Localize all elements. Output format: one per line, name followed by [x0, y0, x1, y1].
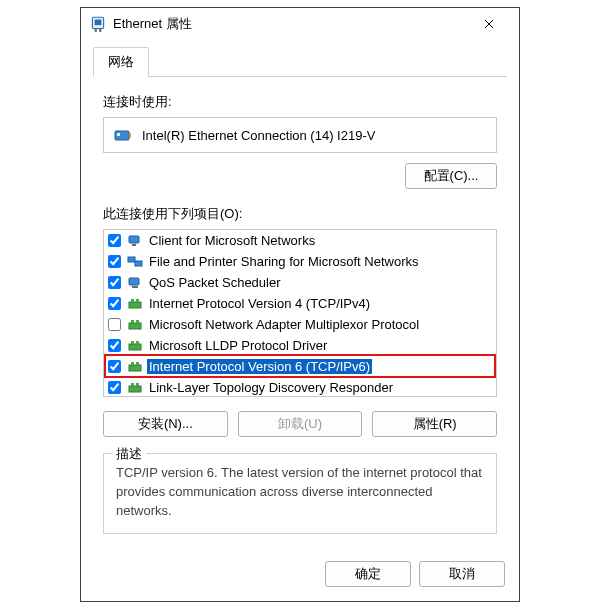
adapter-name: Intel(R) Ethernet Connection (14) I219-V: [142, 128, 375, 143]
items-label: 此连接使用下列项目(O):: [103, 205, 497, 223]
description-group: 描述 TCP/IP version 6. The latest version …: [103, 453, 497, 534]
client-icon: [127, 233, 143, 249]
item-label: Microsoft Network Adapter Multiplexor Pr…: [147, 317, 421, 332]
item-checkbox[interactable]: [108, 255, 121, 268]
tab-content-network: 连接时使用: Intel(R) Ethernet Connection (14)…: [93, 77, 507, 539]
properties-button[interactable]: 属性(R): [372, 411, 497, 437]
item-label: Client for Microsoft Networks: [147, 233, 317, 248]
list-item[interactable]: Internet Protocol Version 4 (TCP/IPv4): [104, 293, 496, 314]
share-icon: [127, 254, 143, 270]
proto-icon: [127, 317, 143, 333]
svg-rect-7: [129, 236, 139, 243]
qos-icon: [127, 275, 143, 291]
svg-rect-13: [131, 299, 134, 302]
svg-rect-25: [131, 383, 134, 386]
svg-rect-24: [129, 386, 141, 392]
list-item[interactable]: File and Printer Sharing for Microsoft N…: [104, 251, 496, 272]
list-item[interactable]: Client for Microsoft Networks: [104, 230, 496, 251]
dialog-footer: 确定 取消: [81, 551, 519, 601]
list-item[interactable]: Link-Layer Topology Discovery Responder: [104, 377, 496, 397]
list-item[interactable]: Microsoft LLDP Protocol Driver: [104, 335, 496, 356]
cancel-button[interactable]: 取消: [419, 561, 505, 587]
svg-rect-16: [131, 320, 134, 323]
proto-icon: [127, 338, 143, 354]
adapter-box: Intel(R) Ethernet Connection (14) I219-V: [103, 117, 497, 153]
list-item[interactable]: Microsoft Network Adapter Multiplexor Pr…: [104, 314, 496, 335]
close-icon: [484, 19, 494, 29]
item-label: QoS Packet Scheduler: [147, 275, 283, 290]
ethernet-icon: [89, 15, 107, 33]
item-label: Internet Protocol Version 6 (TCP/IPv6): [147, 359, 372, 374]
svg-rect-19: [131, 341, 134, 344]
configure-button[interactable]: 配置(C)...: [405, 163, 497, 189]
description-text: TCP/IP version 6. The latest version of …: [116, 464, 484, 521]
svg-rect-11: [129, 278, 139, 285]
item-checkbox[interactable]: [108, 318, 121, 331]
item-checkbox[interactable]: [108, 381, 121, 394]
svg-rect-15: [129, 323, 141, 329]
item-checkbox[interactable]: [108, 276, 121, 289]
svg-rect-2: [95, 29, 97, 32]
svg-rect-20: [136, 341, 139, 344]
uninstall-button: 卸载(U): [238, 411, 363, 437]
proto-icon: [127, 380, 143, 396]
svg-rect-12: [129, 302, 141, 308]
svg-rect-5: [129, 133, 131, 138]
svg-rect-21: [129, 365, 141, 371]
install-button[interactable]: 安装(N)...: [103, 411, 228, 437]
item-checkbox[interactable]: [108, 234, 121, 247]
svg-rect-26: [136, 383, 139, 386]
components-list[interactable]: Client for Microsoft NetworksFile and Pr…: [103, 229, 497, 397]
proto-icon: [127, 296, 143, 312]
item-checkbox[interactable]: [108, 360, 121, 373]
item-label: Microsoft LLDP Protocol Driver: [147, 338, 329, 353]
ok-button[interactable]: 确定: [325, 561, 411, 587]
item-label: File and Printer Sharing for Microsoft N…: [147, 254, 420, 269]
item-label: Link-Layer Topology Discovery Responder: [147, 380, 395, 395]
svg-rect-8: [132, 244, 136, 246]
list-item[interactable]: QoS Packet Scheduler: [104, 272, 496, 293]
tab-network[interactable]: 网络: [93, 47, 149, 77]
item-checkbox[interactable]: [108, 297, 121, 310]
svg-rect-23: [136, 362, 139, 365]
svg-rect-18: [129, 344, 141, 350]
window-title: Ethernet 属性: [113, 15, 461, 33]
svg-rect-10: [135, 261, 142, 266]
svg-rect-22: [131, 362, 134, 365]
dialog-body: 网络 连接时使用: Intel(R) Ethernet Connection (…: [81, 40, 519, 551]
description-title: 描述: [112, 445, 146, 463]
svg-rect-1: [95, 20, 102, 26]
ethernet-properties-dialog: Ethernet 属性 网络 连接时使用: Intel(R) Ether: [80, 7, 520, 602]
svg-rect-9: [128, 257, 135, 262]
svg-rect-6: [117, 133, 120, 136]
item-label: Internet Protocol Version 4 (TCP/IPv4): [147, 296, 372, 311]
svg-rect-14: [136, 299, 139, 302]
connect-using-label: 连接时使用:: [103, 93, 497, 111]
nic-icon: [114, 126, 132, 144]
list-item[interactable]: Internet Protocol Version 6 (TCP/IPv6): [104, 356, 496, 377]
tabstrip: 网络: [93, 46, 507, 77]
proto-icon: [127, 359, 143, 375]
titlebar: Ethernet 属性: [81, 8, 519, 40]
svg-rect-17: [136, 320, 139, 323]
close-button[interactable]: [467, 8, 511, 40]
item-checkbox[interactable]: [108, 339, 121, 352]
svg-rect-3: [99, 29, 101, 32]
